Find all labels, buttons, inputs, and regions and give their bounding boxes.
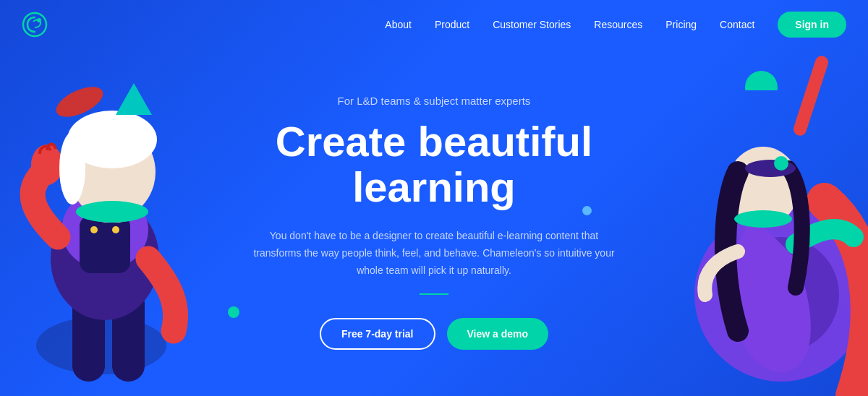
nav-resources[interactable]: Resources	[594, 19, 642, 30]
demo-button[interactable]: View a demo	[447, 318, 549, 350]
logo-icon	[22, 12, 48, 38]
hero-description: You don't have to be a designer to creat…	[253, 228, 615, 279]
hero-title-line1: Create beautiful	[276, 118, 592, 165]
hero-title-line2: learning	[352, 163, 516, 210]
trial-button[interactable]: Free 7-day trial	[320, 318, 435, 350]
nav-product[interactable]: Product	[435, 19, 469, 30]
nav-about[interactable]: About	[385, 19, 412, 30]
nav-contact[interactable]: Contact	[720, 19, 754, 30]
signin-button[interactable]: Sign in	[778, 12, 846, 38]
hero-divider	[420, 293, 448, 295]
hero-buttons: Free 7-day trial View a demo	[320, 318, 548, 350]
nav-pricing[interactable]: Pricing	[665, 19, 697, 30]
hero-title: Create beautiful learning	[276, 119, 592, 211]
hero-section: For L&D teams & subject matter experts C…	[0, 48, 868, 396]
blue-dot-shape	[582, 206, 592, 215]
nav-customer-stories[interactable]: Customer Stories	[493, 19, 571, 30]
logo[interactable]	[22, 12, 48, 38]
page-wrapper: About Product Customer Stories Resources…	[0, 0, 868, 396]
hero-subtitle: For L&D teams & subject matter experts	[338, 95, 531, 107]
green-dot-shape	[228, 306, 239, 318]
navbar: About Product Customer Stories Resources…	[0, 0, 868, 48]
nav-links: About Product Customer Stories Resources…	[385, 12, 846, 38]
